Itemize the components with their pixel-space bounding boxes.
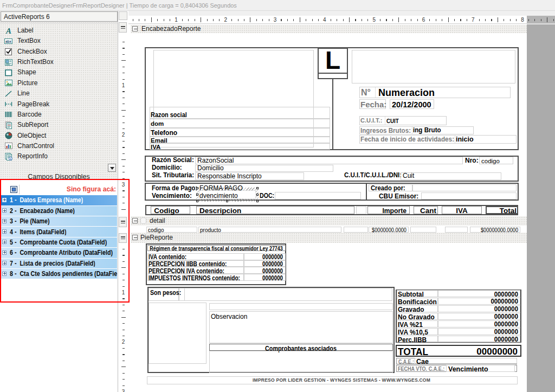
svg-text:A: A	[5, 27, 11, 35]
svg-text:abx: abx	[5, 39, 12, 43]
